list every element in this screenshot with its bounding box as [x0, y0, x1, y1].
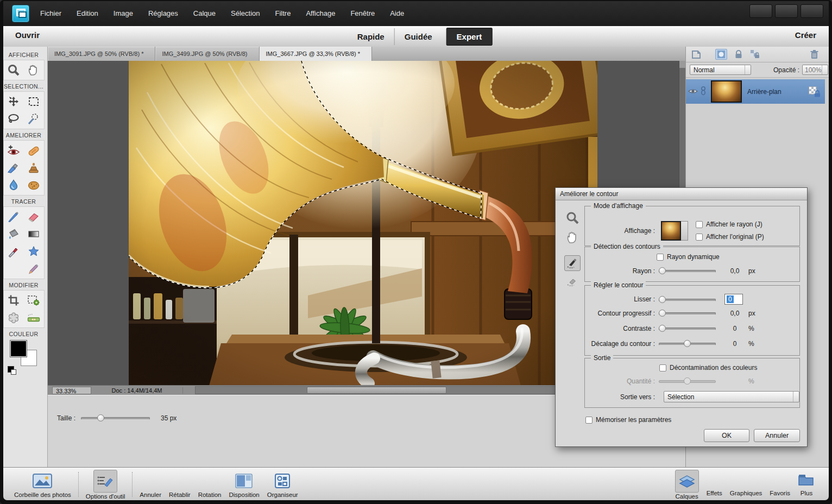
- default-colors-icon[interactable]: [8, 366, 14, 373]
- cancel-button[interactable]: Annuler: [754, 429, 800, 442]
- favorites-button[interactable]: Favoris: [770, 470, 790, 500]
- clone-stamp-tool[interactable]: [26, 160, 41, 175]
- tool-options-button[interactable]: Options d'outil: [86, 470, 125, 500]
- layout-button[interactable]: Disposition: [229, 471, 259, 498]
- show-radius-checkbox[interactable]: [696, 221, 703, 228]
- redo-button[interactable]: Rétablir: [169, 471, 191, 498]
- horizontal-scroll-thumb[interactable]: [307, 387, 446, 394]
- remember-settings-option[interactable]: Mémoriser les paramètres: [585, 416, 671, 424]
- crop-tool[interactable]: [6, 293, 21, 308]
- contrast-slider[interactable]: [659, 324, 716, 332]
- view-thumbnail-button[interactable]: [661, 221, 681, 241]
- zoom-level-field[interactable]: 33.33%: [52, 387, 91, 394]
- remember-settings-checkbox[interactable]: [585, 417, 593, 424]
- smooth-slider[interactable]: [659, 295, 716, 304]
- size-slider[interactable]: [81, 414, 150, 422]
- refine-radius-tool-button[interactable]: [564, 255, 581, 271]
- show-radius-option[interactable]: Afficher le rayon (J): [696, 220, 764, 228]
- link-icon[interactable]: [700, 86, 709, 98]
- menu-affichage[interactable]: Affichage: [298, 7, 343, 20]
- tab-expert[interactable]: Expert: [446, 28, 493, 46]
- ok-button[interactable]: OK: [704, 429, 749, 442]
- menu-image[interactable]: Image: [106, 7, 141, 20]
- spot-healing-brush-tool[interactable]: [26, 143, 41, 158]
- menu-reglages[interactable]: Réglages: [141, 7, 186, 20]
- blend-mode-select[interactable]: Normal: [690, 65, 751, 75]
- photo-bin-button[interactable]: Corbeille des photos: [14, 471, 71, 498]
- new-layer-icon[interactable]: [691, 49, 701, 60]
- menu-calque[interactable]: Calque: [186, 7, 223, 20]
- radius-slider[interactable]: [659, 267, 716, 275]
- doc-tab-1[interactable]: IMG_3091.JPG @ 50% (RVB/8) *: [48, 47, 155, 61]
- foreground-color-swatch[interactable]: [10, 340, 27, 357]
- create-button[interactable]: Créer: [795, 30, 820, 40]
- maximize-button[interactable]: [775, 4, 798, 18]
- red-eye-removal-tool[interactable]: [6, 143, 21, 158]
- visibility-eye-icon[interactable]: [686, 87, 700, 97]
- decontaminate-checkbox[interactable]: [659, 364, 666, 371]
- brush-tool[interactable]: [6, 209, 21, 224]
- opacity-select[interactable]: 100%: [802, 65, 828, 75]
- doc-tab-2[interactable]: IMG_3499.JPG @ 50% (RVB/8): [155, 47, 259, 61]
- view-dropdown-icon[interactable]: [681, 221, 688, 241]
- menu-fenetre[interactable]: Fenêtre: [343, 7, 382, 20]
- layer-thumbnail[interactable]: [711, 80, 742, 103]
- background-lock-icon[interactable]: [809, 86, 821, 97]
- output-to-select[interactable]: Sélection: [664, 391, 799, 402]
- layer-mask-icon[interactable]: [715, 49, 727, 60]
- pencil-tool[interactable]: [26, 261, 41, 276]
- erase-refinements-tool-button[interactable]: [566, 276, 579, 289]
- dialog-titlebar[interactable]: Améliorer le contour: [556, 188, 807, 200]
- menu-edition[interactable]: Edition: [69, 7, 106, 20]
- zoom-tool[interactable]: [6, 62, 21, 78]
- rotation-button[interactable]: Rotation: [198, 471, 222, 498]
- shape-tool[interactable]: [26, 244, 41, 259]
- scroll-up-icon[interactable]: [679, 61, 685, 68]
- tab-guidee[interactable]: Guidée: [394, 28, 442, 45]
- hand-tool[interactable]: [26, 62, 41, 78]
- lasso-tool[interactable]: [6, 111, 21, 127]
- gradient-tool[interactable]: [26, 226, 41, 242]
- menu-filtre[interactable]: Filtre: [268, 7, 299, 20]
- quick-selection-tool[interactable]: [26, 111, 41, 127]
- menu-aide[interactable]: Aide: [382, 7, 412, 20]
- organizer-button[interactable]: Organiseur: [267, 471, 298, 498]
- minimize-button[interactable]: [749, 4, 772, 18]
- doc-size-info[interactable]: Doc : 14,4M/14,4M: [91, 387, 183, 394]
- show-original-option[interactable]: Afficher l'original (P): [696, 233, 764, 241]
- hand-tool-icon[interactable]: [565, 230, 580, 247]
- delete-layer-icon[interactable]: [810, 49, 819, 60]
- layer-row-background[interactable]: Arrière-plan: [686, 79, 825, 104]
- recompose-tool[interactable]: [26, 293, 41, 308]
- type-tool[interactable]: [6, 261, 21, 276]
- menu-fichier[interactable]: Fichier: [33, 7, 69, 20]
- effects-button[interactable]: Effets: [707, 470, 722, 500]
- rectangular-marquee-tool[interactable]: [26, 94, 41, 109]
- straighten-tool[interactable]: [26, 310, 41, 325]
- more-button[interactable]: Plus: [798, 470, 815, 500]
- lock-transparency-icon[interactable]: [750, 49, 760, 59]
- doc-tab-3-active[interactable]: IMG_3667.JPG @ 33,3% (RVB/8) *: [260, 47, 373, 61]
- feather-slider[interactable]: [659, 309, 716, 317]
- layer-name[interactable]: Arrière-plan: [747, 88, 809, 96]
- canvas-image[interactable]: [129, 61, 597, 386]
- blur-tool[interactable]: [6, 178, 21, 193]
- smart-brush-tool[interactable]: [6, 160, 21, 175]
- dynamic-radius-checkbox[interactable]: [657, 254, 664, 261]
- layers-button[interactable]: Calques: [675, 470, 699, 500]
- paint-bucket-tool[interactable]: [6, 226, 21, 242]
- close-button[interactable]: [801, 4, 823, 18]
- menu-selection[interactable]: Sélection: [223, 7, 267, 20]
- cookie-cutter-tool[interactable]: [6, 310, 21, 325]
- dynamic-radius-option[interactable]: Rayon dynamique: [657, 253, 720, 261]
- eyedropper-tool[interactable]: [6, 244, 21, 259]
- undo-button[interactable]: Annuler: [140, 471, 161, 498]
- graphics-button[interactable]: Graphiques: [730, 470, 762, 500]
- sponge-tool[interactable]: [26, 178, 41, 193]
- show-original-checkbox[interactable]: [696, 234, 703, 241]
- open-button[interactable]: Ouvrir: [15, 30, 43, 40]
- zoom-tool-icon[interactable]: [565, 211, 579, 227]
- move-tool[interactable]: [6, 94, 21, 109]
- shift-edge-slider[interactable]: [659, 339, 716, 348]
- decontaminate-option[interactable]: Décontamination des couleurs: [659, 364, 757, 371]
